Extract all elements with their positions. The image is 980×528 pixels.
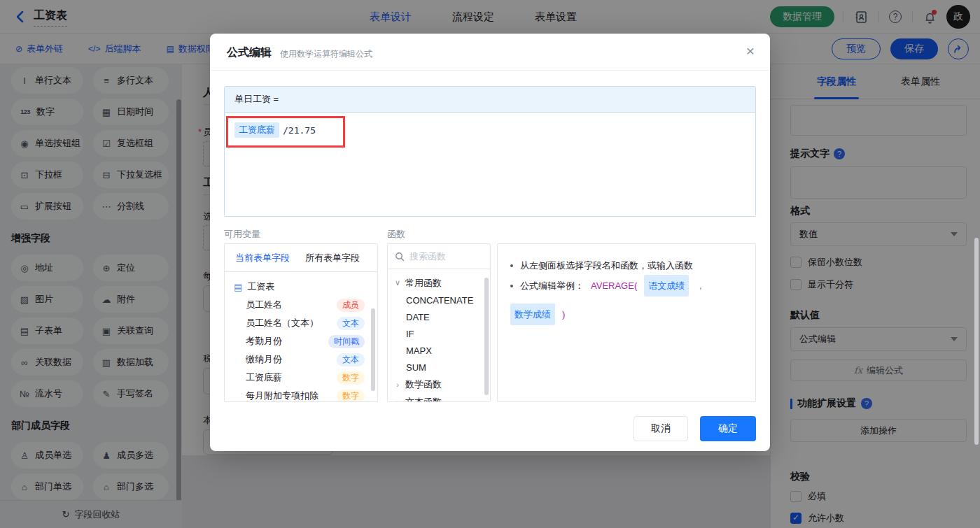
chevron-down-icon: ∨ — [394, 278, 401, 287]
tip-line-2: 公式编辑举例：AVERAGE( 语文成绩 ， 数学成绩 ) — [510, 275, 743, 325]
formula-editor-area[interactable]: 工资底薪 /21.75 — [225, 113, 755, 216]
tip-line-1: 从左侧面板选择字段名和函数，或输入函数 — [510, 256, 743, 275]
example-function-token: AVERAGE( — [591, 276, 637, 295]
variable-row[interactable]: 缴纳月份 文本 — [225, 350, 377, 369]
variables-tree: ▤ 工资表 员工姓名 成员 员工姓名（文本） 文本 考勤月份 时间戳 缴纳月份 — [225, 272, 377, 402]
confirm-button[interactable]: 确定 — [700, 416, 756, 441]
chevron-right-icon: › — [394, 398, 401, 403]
field-type-badge: 时间戳 — [328, 335, 365, 348]
bullet-dot — [510, 285, 513, 287]
cancel-button[interactable]: 取消 — [634, 416, 688, 441]
variables-panel: 当前表单字段 所有表单字段 ▤ 工资表 员工姓名 成员 员工姓名（文本） 文本 … — [224, 243, 378, 402]
bullet-dot — [510, 264, 513, 267]
functions-label: 函数 — [387, 228, 405, 241]
example-chip: 数学成绩 — [510, 304, 555, 325]
tips-panel: 从左侧面板选择字段名和函数，或输入函数 公式编辑举例：AVERAGE( 语文成绩… — [497, 243, 756, 402]
function-search-input[interactable] — [410, 251, 476, 262]
variable-row[interactable]: 员工姓名 成员 — [225, 296, 377, 314]
variables-scrollbar[interactable] — [371, 308, 375, 391]
function-item[interactable]: CONCATENATE — [388, 292, 490, 308]
formula-expression: /21.75 — [283, 125, 316, 136]
formula-content: 工资底薪 /21.75 — [234, 122, 316, 138]
variable-row[interactable]: 每月附加专项扣除 数字 — [225, 387, 377, 402]
modal-title: 公式编辑 — [227, 45, 272, 60]
formula-edit-modal: 公式编辑 使用数学运算符编辑公式 × 单日工资 = 工资底薪 /21.75 可用… — [210, 34, 770, 451]
search-icon — [395, 252, 405, 262]
function-group-text[interactable]: › 文本函数 — [388, 393, 490, 402]
function-search — [388, 244, 490, 269]
modal-subtitle: 使用数学运算符编辑公式 — [280, 48, 372, 60]
variable-row[interactable]: 考勤月份 时间戳 — [225, 332, 377, 350]
function-list: ∨ 常用函数 CONCATENATE DATE IF MAPX SUM › 数学… — [388, 269, 490, 402]
function-group-common[interactable]: ∨ 常用函数 — [388, 274, 490, 292]
function-item[interactable]: DATE — [388, 308, 490, 325]
variable-chip[interactable]: 工资底薪 — [234, 122, 279, 138]
tab-current-form-fields[interactable]: 当前表单字段 — [235, 252, 290, 264]
app-root: 工资表 表单设计 流程设定 表单设置 数据管理 ? 政 ⊘ — [0, 0, 980, 528]
field-type-badge: 数字 — [337, 371, 365, 385]
formula-target-label: 单日工资 = — [225, 87, 755, 113]
variable-row[interactable]: 员工姓名（文本） 文本 — [225, 314, 377, 332]
function-item[interactable]: SUM — [388, 359, 490, 376]
functions-scrollbar[interactable] — [484, 278, 489, 395]
example-chip: 语文成绩 — [644, 275, 689, 297]
function-group-math[interactable]: › 数学函数 — [388, 376, 490, 393]
field-type-badge: 数字 — [337, 390, 365, 403]
variables-tabs: 当前表单字段 所有表单字段 — [225, 244, 377, 272]
tab-all-form-fields[interactable]: 所有表单字段 — [305, 252, 360, 264]
variable-row[interactable]: 工资底薪 数字 — [225, 369, 377, 387]
document-icon: ▤ — [234, 282, 242, 292]
window-scrollbar[interactable] — [974, 238, 979, 445]
chevron-right-icon: › — [394, 380, 401, 389]
function-item[interactable]: MAPX — [388, 342, 490, 359]
functions-panel: ∨ 常用函数 CONCATENATE DATE IF MAPX SUM › 数学… — [387, 243, 491, 402]
field-type-badge: 文本 — [337, 353, 365, 366]
example-close-paren: ) — [562, 305, 565, 324]
function-item[interactable]: IF — [388, 325, 490, 342]
modal-header: 公式编辑 使用数学运算符编辑公式 × — [210, 34, 770, 71]
field-type-badge: 成员 — [337, 299, 365, 312]
variables-label: 可用变量 — [224, 228, 260, 241]
field-type-badge: 文本 — [337, 317, 365, 330]
form-node[interactable]: ▤ 工资表 — [225, 278, 377, 296]
close-icon[interactable]: × — [746, 43, 755, 58]
formula-editor-box: 单日工资 = 工资底薪 /21.75 — [224, 86, 756, 217]
